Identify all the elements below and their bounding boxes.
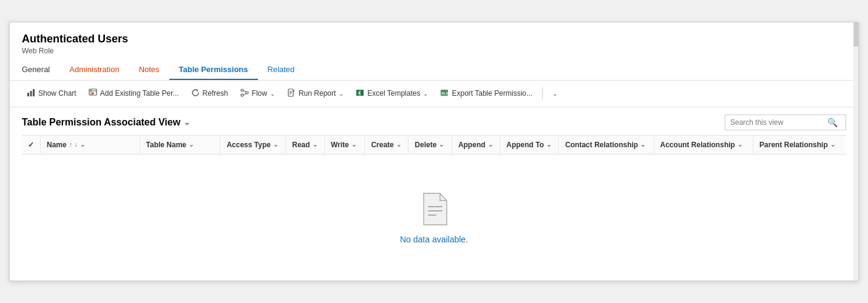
tab-notes[interactable]: Notes [129, 60, 169, 80]
record-title: Authenticated Users [22, 32, 846, 46]
contact-relationship-col-dropdown[interactable]: ⌄ [640, 141, 645, 148]
show-chart-icon [27, 88, 35, 99]
table-name-col-dropdown[interactable]: ⌄ [189, 141, 194, 148]
contact-relationship-column-header[interactable]: Contact Relationship ⌄ [559, 136, 654, 155]
show-chart-button[interactable]: Show Chart [22, 85, 81, 102]
tab-table-permissions[interactable]: Table Permissions [169, 60, 258, 80]
tab-related[interactable]: Related [258, 60, 305, 80]
account-relationship-col-label: Account Relationship [660, 141, 735, 149]
table-body: No data available. [22, 154, 846, 281]
tab-bar: General Administration Notes Table Permi… [22, 60, 846, 80]
add-existing-label: Add Existing Table Per... [100, 89, 179, 98]
contact-relationship-col-label: Contact Relationship [565, 141, 638, 149]
svg-rect-0 [27, 93, 29, 96]
read-col-dropdown[interactable]: ⌄ [313, 141, 317, 148]
svg-rect-14 [293, 90, 294, 92]
read-column-header[interactable]: Read ⌄ [286, 136, 325, 155]
run-report-button[interactable]: Run Report ⌄ [282, 85, 348, 102]
svg-point-9 [246, 92, 248, 94]
append-to-col-label: Append To [506, 141, 544, 149]
more-button[interactable]: ⌄ [548, 87, 562, 100]
add-existing-button[interactable]: Add Existing Table Per... [84, 85, 184, 102]
checkbox-column-header[interactable]: ✓ [22, 136, 41, 155]
svg-point-8 [241, 89, 243, 92]
access-type-column-header[interactable]: Access Type ⌄ [220, 136, 286, 155]
append-column-header[interactable]: Append ⌄ [452, 136, 500, 155]
export-table-button[interactable]: XLS Export Table Permissio... [435, 85, 537, 102]
search-input[interactable] [730, 118, 827, 127]
show-chart-label: Show Chart [38, 89, 76, 98]
header-section: Authenticated Users Web Role General Adm… [10, 22, 858, 80]
access-type-col-dropdown[interactable]: ⌄ [273, 141, 278, 148]
empty-state-text: No data available. [400, 235, 468, 244]
record-subtitle: Web Role [22, 47, 846, 55]
name-col-label: Name [47, 141, 67, 149]
svg-text:XLS: XLS [441, 92, 449, 95]
tab-general[interactable]: General [22, 60, 59, 80]
export-icon: XLS [440, 88, 449, 99]
parent-relationship-col-dropdown[interactable]: ⌄ [830, 141, 835, 148]
refresh-button[interactable]: Refresh [186, 85, 233, 102]
name-column-header[interactable]: Name ↑ ↓ ⌄ [41, 136, 140, 155]
write-column-header[interactable]: Write ⌄ [324, 136, 364, 155]
empty-state: No data available. [22, 155, 846, 281]
data-table: ✓ Name ↑ ↓ ⌄ [22, 136, 846, 281]
write-col-label: Write [331, 141, 349, 149]
scrollbar-track[interactable] [853, 22, 858, 280]
scrollbar-thumb[interactable] [853, 22, 858, 47]
name-sort-asc: ↑ [69, 141, 72, 148]
excel-dropdown-arrow: ⌄ [423, 90, 428, 97]
flow-icon [240, 88, 249, 99]
toolbar-separator [542, 87, 543, 99]
excel-templates-button[interactable]: X Excel Templates ⌄ [351, 85, 433, 102]
write-col-dropdown[interactable]: ⌄ [351, 141, 356, 148]
append-col-label: Append [458, 141, 486, 149]
svg-rect-1 [30, 91, 32, 96]
excel-templates-label: Excel Templates [367, 89, 420, 98]
account-relationship-col-dropdown[interactable]: ⌄ [737, 141, 742, 148]
append-to-col-dropdown[interactable]: ⌄ [546, 141, 551, 148]
add-existing-icon [89, 88, 97, 99]
name-col-dropdown[interactable]: ⌄ [80, 141, 85, 148]
run-report-icon [287, 88, 296, 99]
flow-dropdown-arrow: ⌄ [270, 90, 275, 97]
create-column-header[interactable]: Create ⌄ [365, 136, 409, 155]
parent-relationship-col-label: Parent Relationship [759, 141, 828, 149]
append-to-column-header[interactable]: Append To ⌄ [500, 136, 559, 155]
append-col-dropdown[interactable]: ⌄ [488, 141, 493, 148]
parent-relationship-column-header[interactable]: Parent Relationship ⌄ [753, 136, 846, 155]
empty-icon [419, 191, 449, 227]
refresh-icon [191, 88, 200, 99]
content-area: Table Permission Associated View ⌄ 🔍 ✓ [10, 107, 858, 281]
export-table-label: Export Table Permissio... [452, 89, 532, 98]
account-relationship-column-header[interactable]: Account Relationship ⌄ [654, 136, 753, 155]
table-header-row: ✓ Name ↑ ↓ ⌄ [22, 136, 846, 155]
view-title-container: Table Permission Associated View ⌄ [22, 117, 190, 128]
more-dropdown-arrow: ⌄ [552, 90, 557, 97]
svg-line-11 [243, 90, 246, 92]
view-title-text: Table Permission Associated View [22, 117, 180, 128]
delete-col-dropdown[interactable]: ⌄ [439, 141, 444, 148]
name-sort-desc: ↓ [75, 141, 78, 148]
empty-state-row: No data available. [22, 154, 846, 281]
refresh-label: Refresh [203, 89, 228, 98]
svg-rect-2 [33, 89, 35, 96]
read-col-label: Read [292, 141, 310, 149]
delete-column-header[interactable]: Delete ⌄ [409, 136, 452, 155]
toolbar: Show Chart Add Existing Table Per... [10, 81, 858, 107]
table-name-column-header[interactable]: Table Name ⌄ [140, 136, 220, 155]
svg-line-12 [243, 93, 246, 95]
search-box: 🔍 [725, 115, 846, 130]
delete-col-label: Delete [415, 141, 436, 149]
tab-administration[interactable]: Administration [59, 60, 129, 80]
table-container: ✓ Name ↑ ↓ ⌄ [22, 135, 846, 281]
excel-icon: X [356, 88, 364, 99]
svg-point-10 [241, 94, 243, 96]
flow-button[interactable]: Flow ⌄ [236, 85, 280, 102]
view-title-chevron[interactable]: ⌄ [184, 118, 190, 127]
view-header: Table Permission Associated View ⌄ 🔍 [22, 107, 846, 135]
access-type-col-label: Access Type [226, 141, 271, 149]
check-icon: ✓ [28, 141, 34, 149]
create-col-dropdown[interactable]: ⌄ [396, 141, 401, 148]
run-report-label: Run Report [299, 89, 336, 98]
